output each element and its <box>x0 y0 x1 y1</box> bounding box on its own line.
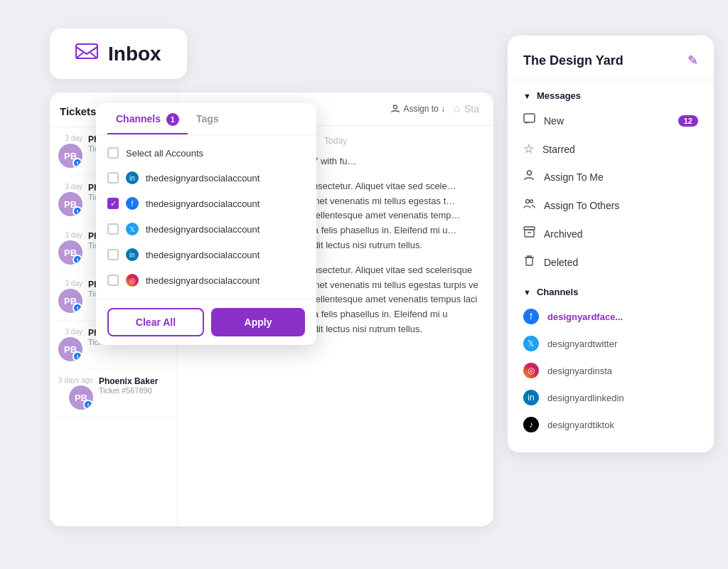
people-icon <box>523 198 535 213</box>
fb1-checkbox[interactable]: ✓ <box>107 198 119 209</box>
edit-icon[interactable]: ✎ <box>687 53 698 68</box>
right-panel-title: The Design Yard <box>523 53 623 68</box>
right-panel-header: The Design Yard ✎ <box>508 53 714 80</box>
channel-item-facebook[interactable]: f designyardface... <box>508 303 714 330</box>
tickets-title: Tickets <box>60 105 96 117</box>
channels-tab-badge: 1 <box>166 113 179 126</box>
fb1-icon: f <box>126 197 139 210</box>
linkedin-channel-icon: in <box>523 390 539 405</box>
filter-option-tw1[interactable]: 𝕏 thedesignyardsocialaccount <box>96 216 316 242</box>
channel-item-twitter[interactable]: 𝕏 designyardtwitter <box>508 330 714 357</box>
fb1-label: thedesignyardsocialaccount <box>146 198 259 209</box>
ticket-avatar: PB f <box>69 385 93 410</box>
instagram-channel-name: designyardinsta <box>547 366 612 376</box>
avatar-social-badge: f <box>73 255 82 265</box>
trash-icon <box>523 255 535 270</box>
sidebar-starred-label: Starred <box>542 144 698 155</box>
instagram-channel-icon: ◎ <box>523 363 539 378</box>
ticket-time: 3 day <box>65 183 82 191</box>
ticket-avatar: PB f <box>58 240 82 265</box>
tw1-checkbox[interactable] <box>107 223 119 235</box>
sidebar-deleted-label: Deleted <box>544 257 698 268</box>
apply-button[interactable]: Apply <box>211 308 305 336</box>
inbox-title: Inbox <box>108 43 161 65</box>
right-panel: The Design Yard ✎ ▼ Messages New 12 ☆ St… <box>508 36 714 452</box>
assign-to-button[interactable]: Assign to ↓ <box>390 104 445 114</box>
li1-checkbox[interactable] <box>107 172 119 184</box>
app-wrapper: Inbox The Design Yard ✎ ▼ Messages New 1… <box>0 0 728 569</box>
sidebar-item-archived[interactable]: Archived <box>508 220 714 248</box>
clear-all-button[interactable]: Clear All <box>107 308 204 336</box>
svg-point-8 <box>394 105 397 109</box>
facebook-channel-icon: f <box>523 309 539 324</box>
filter-option-li2[interactable]: in thedesignyardsocialaccount <box>96 242 316 267</box>
tw1-icon: 𝕏 <box>126 223 139 235</box>
svg-point-3 <box>526 200 530 203</box>
ticket-id: Ticket #567890 <box>99 386 170 395</box>
select-all-checkbox[interactable] <box>107 147 119 159</box>
channel-item-linkedin[interactable]: in designyardlinkedin <box>508 384 714 411</box>
ticket-time: 3 day <box>65 231 82 239</box>
ticket-avatar: PB f <box>58 192 82 216</box>
channel-item-instagram[interactable]: ◎ designyardinsta <box>508 357 714 384</box>
avatar-social-badge: f <box>83 400 93 410</box>
sidebar-item-new[interactable]: New 12 <box>508 107 714 135</box>
sidebar-item-assign-to-others[interactable]: Assign To Others <box>508 191 714 220</box>
new-badge: 12 <box>678 115 698 127</box>
ticket-item[interactable]: 3 days ago PB f Phoenix Baker Ticket #56… <box>50 369 177 418</box>
twitter-channel-icon: 𝕏 <box>523 336 539 351</box>
avatar-social-badge: f <box>73 158 82 168</box>
linkedin-channel-name: designyardlinkedin <box>547 393 624 403</box>
svg-rect-6 <box>525 230 534 237</box>
tiktok-channel-icon: ♪ <box>523 417 539 432</box>
ig1-label: thedesignyardsocialaccount <box>146 275 259 286</box>
channel-item-tiktok[interactable]: ♪ designyardtiktok <box>508 411 714 438</box>
inbox-icon <box>75 41 98 66</box>
avatar-social-badge: f <box>73 206 82 216</box>
filter-option-li1[interactable]: in thedesignyardsocialaccount <box>96 165 316 191</box>
ticket-name: Phoenix Baker <box>99 376 170 386</box>
filter-option-ig1[interactable]: ◎ thedesignyardsocialaccount <box>96 267 316 293</box>
ig1-checkbox[interactable] <box>107 275 119 286</box>
tab-tags[interactable]: Tags <box>188 103 228 134</box>
avatar-social-badge: f <box>73 351 82 361</box>
twitter-channel-name: designyardtwitter <box>547 339 617 349</box>
li2-checkbox[interactable] <box>107 249 119 260</box>
archive-icon <box>523 226 535 242</box>
li1-label: thedesignyardsocialaccount <box>146 173 259 184</box>
tiktok-channel-name: designyardtiktok <box>547 420 614 430</box>
sidebar-assign-me-label: Assign To Me <box>544 171 698 183</box>
sidebar-item-deleted[interactable]: Deleted <box>508 248 714 277</box>
ticket-time: 3 days ago <box>58 376 93 384</box>
sidebar-item-starred[interactable]: ☆ Starred <box>508 135 714 163</box>
filter-actions: Clear All Apply <box>96 299 316 345</box>
tab-channels[interactable]: Channels 1 <box>107 103 188 134</box>
messages-arrow-icon: ▼ <box>523 92 531 100</box>
sidebar-new-label: New <box>544 115 670 127</box>
star-button[interactable]: ☆ Sta <box>452 103 479 115</box>
svg-rect-7 <box>526 257 532 265</box>
messages-section-label: ▼ Messages <box>508 80 714 107</box>
facebook-channel-name: designyardface... <box>547 312 623 322</box>
ticket-avatar: PB f <box>58 144 82 168</box>
filter-list: Select all Accounts in thedesignyardsoci… <box>96 135 316 299</box>
sidebar-item-assign-to-me[interactable]: Assign To Me <box>508 163 714 191</box>
filter-dropdown: Channels 1 Tags Select all Accounts in t… <box>96 103 316 345</box>
ticket-avatar: PB f <box>58 289 82 313</box>
avatar-social-badge: f <box>73 303 82 313</box>
svg-point-4 <box>530 200 533 203</box>
li2-label: thedesignyardsocialaccount <box>146 250 259 260</box>
svg-rect-1 <box>524 114 535 122</box>
tw1-label: thedesignyardsocialaccount <box>146 224 259 235</box>
sidebar-archived-label: Archived <box>544 228 698 240</box>
svg-point-2 <box>528 171 532 175</box>
ticket-info: Phoenix Baker Ticket #567890 <box>99 376 170 410</box>
message-icon <box>523 113 535 129</box>
filter-option-fb1[interactable]: ✓ f thedesignyardsocialaccount <box>96 191 316 216</box>
person-icon <box>523 169 535 185</box>
ticket-avatar: PB f <box>58 337 82 361</box>
filter-select-all[interactable]: Select all Accounts <box>96 141 316 165</box>
channels-arrow-icon: ▼ <box>523 288 531 297</box>
ticket-time: 3 day <box>65 328 82 336</box>
filter-tabs: Channels 1 Tags <box>96 103 316 135</box>
